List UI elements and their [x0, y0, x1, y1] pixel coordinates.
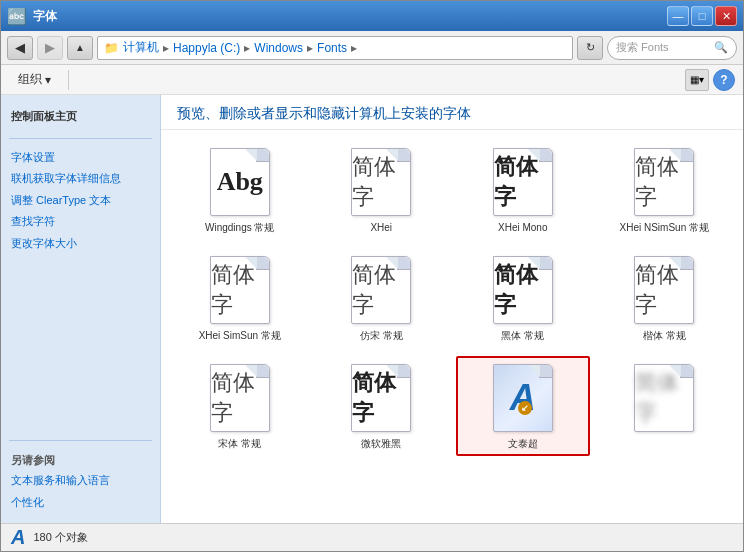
- font-doc-shape: 简体字: [493, 148, 553, 216]
- font-preview-text: 简体字: [352, 152, 410, 212]
- font-item-xhei-mono[interactable]: 简体字 XHei Mono: [456, 140, 590, 240]
- main-window: 🔤 字体 — □ ✕ ◀ ▶ ▲ 📁 计算机 ▸ Happyla (C:) ▸ …: [0, 0, 744, 552]
- window-icon: 🔤: [7, 7, 27, 26]
- font-doc-shape: A ↙: [493, 364, 553, 432]
- font-item-songti[interactable]: 简体字 宋体 常规: [173, 356, 307, 456]
- sidebar-main-title[interactable]: 控制面板主页: [9, 105, 152, 130]
- font-name-label: XHei: [370, 221, 392, 234]
- font-item-xhei-simsun[interactable]: 简体字 XHei SimSun 常规: [173, 248, 307, 348]
- font-icon-wrapper: 简体字: [630, 362, 698, 434]
- font-icon-wrapper: 简体字: [489, 254, 557, 326]
- breadcrumb-windows[interactable]: Windows: [254, 41, 303, 55]
- maximize-button[interactable]: □: [691, 6, 713, 26]
- breadcrumb-fonts[interactable]: Fonts: [317, 41, 347, 55]
- breadcrumb-drive[interactable]: Happyla (C:): [173, 41, 240, 55]
- address-field[interactable]: 📁 计算机 ▸ Happyla (C:) ▸ Windows ▸ Fonts ▸: [97, 36, 573, 60]
- sidebar-link-text-services[interactable]: 文本服务和输入语言: [9, 470, 152, 491]
- content-area: 预览、删除或者显示和隐藏计算机上安装的字体 Abg Wingdings 常规 简…: [161, 95, 743, 523]
- font-arrow-badge: ↙: [518, 401, 532, 415]
- font-item-kaiti[interactable]: 简体字 楷体 常规: [598, 248, 732, 348]
- font-preview-text: 简体字: [211, 260, 269, 320]
- sidebar-divider-1: [9, 138, 152, 139]
- font-icon-wrapper: 简体字: [630, 254, 698, 326]
- font-icon-wrapper: 简体字: [630, 146, 698, 218]
- font-icon-wrapper: 简体字: [206, 254, 274, 326]
- sidebar-link-personalize[interactable]: 个性化: [9, 492, 152, 513]
- font-item-xhei[interactable]: 简体字 XHei: [315, 140, 449, 240]
- sidebar-link-cleartype[interactable]: 调整 ClearType 文本: [9, 190, 152, 211]
- font-doc-shape: 简体字: [634, 364, 694, 432]
- font-preview-text: 简体字: [352, 260, 410, 320]
- breadcrumb-sep-4: ▸: [351, 41, 357, 55]
- font-doc-shape: 简体字: [351, 364, 411, 432]
- view-button[interactable]: ▦▾: [685, 69, 709, 91]
- font-doc-shape: 简体字: [634, 256, 694, 324]
- status-count: 180 个对象: [33, 530, 87, 545]
- font-icon-wrapper: 简体字: [206, 362, 274, 434]
- refresh-button[interactable]: ↻: [577, 36, 603, 60]
- sidebar-link-find-char[interactable]: 查找字符: [9, 211, 152, 232]
- font-icon-wrapper: Abg: [206, 146, 274, 218]
- font-doc-shape: 简体字: [351, 148, 411, 216]
- minimize-button[interactable]: —: [667, 6, 689, 26]
- title-bar-controls: — □ ✕: [667, 6, 737, 26]
- breadcrumb-sep-3: ▸: [307, 41, 313, 55]
- close-button[interactable]: ✕: [715, 6, 737, 26]
- font-preview-text: 简体字: [635, 260, 693, 320]
- forward-button[interactable]: ▶: [37, 36, 63, 60]
- font-icon-wrapper: A ↙: [489, 362, 557, 434]
- font-preview-text: 简体字: [352, 368, 410, 428]
- font-icon-wrapper: 简体字: [347, 146, 415, 218]
- font-name-label: 微软雅黑: [361, 437, 401, 450]
- font-preview-blue-a: A ↙: [510, 377, 536, 419]
- font-icon-wrapper: 简体字: [347, 362, 415, 434]
- font-doc-shape: 简体字: [634, 148, 694, 216]
- font-item-wenchaochao[interactable]: A ↙ 文泰超: [456, 356, 590, 456]
- font-name-label: 仿宋 常规: [360, 329, 403, 342]
- sidebar-link-change-size[interactable]: 更改字体大小: [9, 233, 152, 254]
- font-doc-shape: 简体字: [351, 256, 411, 324]
- font-icon-wrapper: 简体字: [347, 254, 415, 326]
- breadcrumb-sep-2: ▸: [244, 41, 250, 55]
- search-box[interactable]: 搜索 Fonts 🔍: [607, 36, 737, 60]
- font-item-weiti[interactable]: 简体字 微软雅黑: [315, 356, 449, 456]
- font-item-fangsong[interactable]: 简体字 仿宋 常规: [315, 248, 449, 348]
- font-preview-text: 简体字: [635, 368, 693, 428]
- font-name-label: XHei SimSun 常规: [199, 329, 281, 342]
- help-button[interactable]: ?: [713, 69, 735, 91]
- font-icon-wrapper: 简体字: [489, 146, 557, 218]
- font-item-wingdings[interactable]: Abg Wingdings 常规: [173, 140, 307, 240]
- toolbar-separator: [68, 70, 69, 90]
- font-doc-shape: 简体字: [210, 256, 270, 324]
- window-title: 字体: [33, 8, 57, 25]
- breadcrumb-sep-1: ▸: [163, 41, 169, 55]
- address-bar: ◀ ▶ ▲ 📁 计算机 ▸ Happyla (C:) ▸ Windows ▸ F…: [1, 31, 743, 65]
- sidebar: 控制面板主页 字体设置 联机获取字体详细信息 调整 ClearType 文本 查…: [1, 95, 161, 523]
- breadcrumb-computer[interactable]: 计算机: [123, 39, 159, 56]
- font-grid: Abg Wingdings 常规 简体字 XHei 简体字 XHei Mono …: [161, 130, 743, 523]
- font-name-label: Wingdings 常规: [205, 221, 274, 234]
- status-icon: A: [11, 526, 25, 549]
- sidebar-link-font-settings[interactable]: 字体设置: [9, 147, 152, 168]
- font-item-other[interactable]: 简体字: [598, 356, 732, 456]
- font-preview-text: 简体字: [635, 152, 693, 212]
- font-preview-text: 简体字: [494, 152, 552, 212]
- organize-button[interactable]: 组织 ▾: [9, 68, 60, 92]
- up-button[interactable]: ▲: [67, 36, 93, 60]
- organize-arrow: ▾: [45, 73, 51, 87]
- font-name-label: 宋体 常规: [218, 437, 261, 450]
- search-placeholder: 搜索 Fonts: [616, 40, 669, 55]
- font-preview-text: Abg: [217, 167, 263, 197]
- font-doc-shape: 简体字: [493, 256, 553, 324]
- font-item-heiti[interactable]: 简体字 黑体 常规: [456, 248, 590, 348]
- back-button[interactable]: ◀: [7, 36, 33, 60]
- toolbar-right: ▦▾ ?: [685, 69, 735, 91]
- main-area: 控制面板主页 字体设置 联机获取字体详细信息 调整 ClearType 文本 查…: [1, 95, 743, 523]
- title-bar: 🔤 字体 — □ ✕: [1, 1, 743, 31]
- font-preview-text: 简体字: [494, 260, 552, 320]
- search-icon[interactable]: 🔍: [714, 41, 728, 54]
- font-doc-shape: Abg: [210, 148, 270, 216]
- font-item-xhei-nsimsun[interactable]: 简体字 XHei NSimSun 常规: [598, 140, 732, 240]
- folder-icon: 📁: [104, 41, 119, 55]
- sidebar-link-online-fonts[interactable]: 联机获取字体详细信息: [9, 168, 152, 189]
